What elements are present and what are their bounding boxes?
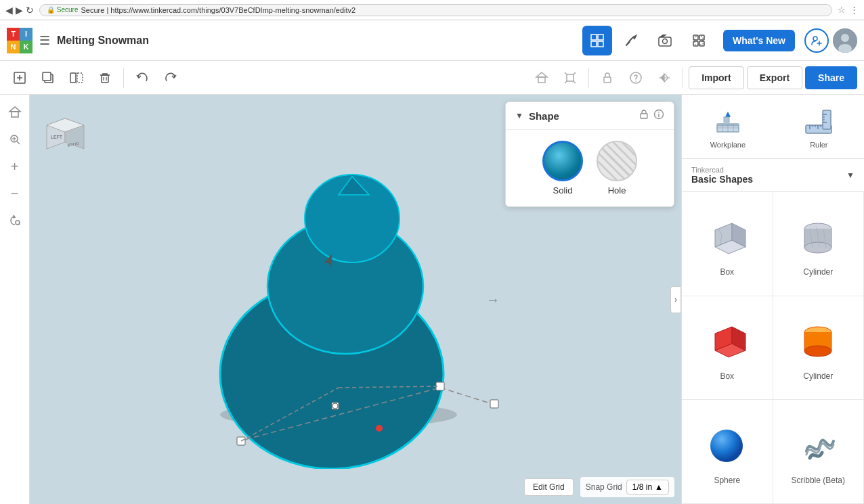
browser-icons: ☆ ⋮ (838, 5, 859, 15)
svg-line-33 (573, 72, 576, 75)
snowman-model[interactable] (169, 131, 508, 469)
svg-rect-10 (699, 41, 704, 46)
shape-lock-icon[interactable] (639, 109, 649, 122)
mirror-button[interactable] (64, 65, 89, 91)
edit-grid-button[interactable]: Edit Grid (524, 478, 574, 496)
zoom-in-button[interactable]: + (4, 156, 26, 177)
share-button[interactable]: Share (805, 66, 857, 89)
shape-panel: ▼ Shape (505, 101, 674, 207)
group-button[interactable] (684, 26, 714, 55)
hole-circle (597, 141, 637, 181)
svg-rect-30 (538, 77, 545, 83)
undo-button[interactable] (129, 65, 155, 91)
cylinder-grey-icon (794, 214, 842, 262)
box-grey-icon (704, 214, 751, 262)
zoom-out-button[interactable]: − (4, 183, 26, 204)
add-user-button[interactable] (804, 28, 829, 53)
flip-button[interactable] (651, 65, 677, 91)
project-title[interactable]: Melting Snowman (57, 35, 582, 47)
forward-button[interactable]: ▶ (16, 5, 23, 16)
user-area (804, 28, 857, 53)
panel-collapse-handle[interactable]: › (670, 286, 681, 313)
toolbar-right: Import Export Share (529, 65, 857, 91)
whats-new-button[interactable]: What's New (723, 30, 795, 51)
svg-rect-0 (591, 35, 597, 40)
reset-view-button[interactable] (4, 210, 26, 231)
cylinder-orange-icon (794, 319, 842, 366)
shape-panel-header: ▼ Shape (506, 102, 674, 130)
url-text: Secure | https://www.tinkercad.com/thing… (81, 6, 355, 14)
toolbar: Import Export Share (0, 61, 864, 95)
home-sidebar-button[interactable] (4, 101, 26, 123)
appbar-icons: What's New (582, 26, 857, 55)
url-bar[interactable]: 🔒 Secure Secure | https://www.tinkercad.… (39, 4, 832, 16)
shape-box-grey[interactable]: Box (682, 192, 773, 296)
svg-point-104 (804, 242, 831, 253)
logo-t: T (7, 28, 20, 41)
back-button[interactable]: ◀ (5, 5, 13, 16)
menu-icon[interactable]: ⋮ (850, 5, 859, 15)
shape-panel-collapse[interactable]: ▼ (515, 111, 523, 120)
shape-cylinder-orange[interactable]: Cylinder (773, 296, 865, 400)
shape-sphere-blue[interactable]: Sphere (682, 400, 773, 504)
scribble-label: Scribble (Beta) (792, 476, 845, 485)
snap-grid-area: Snap Grid 1/8 in ▲ (580, 477, 674, 497)
camera-button[interactable] (650, 26, 680, 55)
svg-point-67 (376, 425, 383, 432)
refresh-button[interactable]: ↻ (26, 5, 34, 16)
ruler-icon (802, 104, 836, 138)
shape-library-header: Tinkercad Basic Shapes ▼ (682, 159, 864, 192)
shape-info-icon[interactable] (653, 109, 664, 122)
solid-label: Solid (553, 185, 573, 196)
svg-rect-1 (598, 35, 603, 40)
hamburger-menu-icon[interactable]: ☰ (39, 33, 50, 48)
lock-button[interactable] (595, 65, 620, 91)
hole-label: Hole (608, 185, 626, 196)
svg-point-12 (813, 37, 817, 41)
svg-point-16 (841, 34, 849, 42)
canvas-arrow-indicator[interactable]: → (486, 292, 500, 307)
fit-view-button[interactable] (557, 65, 583, 91)
star-icon[interactable]: ☆ (838, 5, 846, 15)
pickaxe-button[interactable] (616, 26, 646, 55)
view-cube[interactable]: LEFT BOTTO (40, 105, 91, 156)
shape-panel-title: Shape (529, 110, 634, 122)
svg-line-43 (17, 141, 20, 144)
library-dropdown-icon[interactable]: ▼ (846, 170, 855, 180)
snap-dropdown-arrow[interactable]: ▲ (655, 482, 663, 492)
svg-point-66 (332, 403, 338, 409)
home-view-button[interactable] (529, 65, 555, 91)
user-avatar[interactable] (833, 28, 857, 53)
ruler-label: Ruler (810, 141, 827, 149)
shape-scribble[interactable]: Scribble (Beta) (773, 400, 865, 504)
snap-grid-value[interactable]: 1/8 in ▲ (626, 480, 669, 495)
canvas-area[interactable]: LEFT BOTTO (30, 95, 681, 504)
import-button[interactable]: Import (689, 66, 744, 89)
tinkercad-logo[interactable]: T I N K (7, 28, 33, 53)
logo-k: K (20, 41, 33, 53)
solid-circle (542, 141, 583, 181)
shape-box-red[interactable]: Box (682, 296, 773, 400)
redo-button[interactable] (158, 65, 183, 91)
svg-line-34 (565, 81, 567, 83)
svg-marker-81 (725, 112, 731, 117)
help-button[interactable] (623, 65, 649, 91)
canvas-bottom-bar: Edit Grid Snap Grid 1/8 in ▲ (524, 477, 674, 497)
svg-rect-26 (102, 75, 108, 83)
svg-rect-3 (598, 41, 603, 47)
browser-nav[interactable]: ◀ ▶ ↻ (5, 5, 34, 16)
toolbar-separator-1 (123, 68, 124, 88)
duplicate-button[interactable] (35, 65, 61, 91)
svg-rect-36 (604, 77, 611, 83)
export-button[interactable]: Export (747, 66, 802, 89)
3d-view-button[interactable] (582, 26, 612, 55)
workplane-tool[interactable]: Workplane (710, 104, 746, 149)
new-object-button[interactable] (7, 65, 33, 91)
shape-cylinder-grey[interactable]: Cylinder (773, 192, 865, 296)
delete-button[interactable] (92, 65, 118, 91)
ruler-tool[interactable]: Ruler (802, 104, 836, 149)
zoom-fit-sidebar-button[interactable] (4, 129, 26, 150)
hole-option[interactable]: Hole (597, 141, 637, 196)
solid-option[interactable]: Solid (542, 141, 583, 196)
workplane-icon (711, 104, 745, 138)
